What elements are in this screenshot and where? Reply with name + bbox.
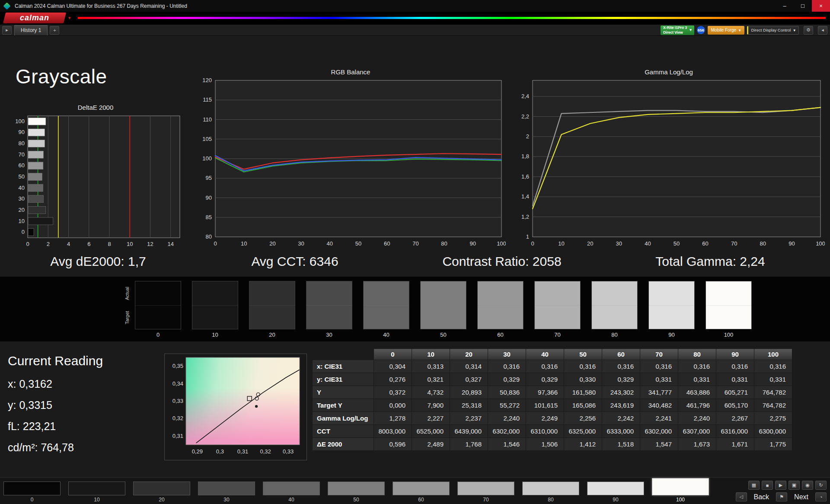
patch-button-60[interactable]: 60 (393, 482, 450, 503)
cie-chart-panel: 0,290,30,310,320,330,310,320,330,340,35 (164, 354, 307, 460)
table-cell: 2,242 (602, 412, 640, 425)
footer-controls: ▦■▶▣◉↻ ◁ Back ⚑ Next ◔ (713, 478, 827, 501)
svg-text:1,8: 1,8 (521, 153, 529, 159)
settings-gear-icon[interactable]: ⚙ (804, 26, 813, 35)
table-cell: 0,000 (374, 399, 412, 412)
table-cell: 463,886 (678, 386, 716, 399)
table-cell: 6333,000 (602, 425, 640, 438)
grayscale-swatch-50: 50 (420, 281, 466, 338)
table-cell: 0,276 (374, 373, 412, 386)
logo-menu-caret-icon[interactable]: ▾ (68, 15, 71, 21)
calman-logo[interactable]: calman (3, 13, 66, 23)
table-cell: 0,316 (716, 360, 754, 373)
speaker-icon[interactable]: ◁ (736, 492, 747, 501)
svg-text:20: 20 (19, 207, 25, 213)
bookmark-icon[interactable]: ⚑ (776, 492, 787, 501)
table-cell: 7,900 (412, 399, 450, 412)
swatch-target (535, 306, 580, 329)
svg-text:0,31: 0,31 (237, 448, 248, 455)
grayscale-swatch-90: 90 (648, 281, 695, 338)
patch-button-30[interactable]: 30 (198, 482, 255, 503)
table-row-label: ΔE 2000 (313, 438, 374, 451)
next-button[interactable]: Next (791, 493, 812, 501)
patch-button-10[interactable]: 10 (68, 482, 125, 503)
table-cell: 1,412 (564, 438, 602, 451)
table-row: x: CIE310,3040,3130,3140,3160,3160,3160,… (313, 360, 792, 373)
table-cell: 0,316 (488, 360, 526, 373)
svg-text:40: 40 (645, 240, 651, 247)
table-cell: 1,671 (716, 438, 754, 451)
svg-text:10: 10 (127, 241, 133, 247)
swatch-patch (648, 281, 695, 329)
profile-badge[interactable]: 656 (697, 26, 705, 34)
patch-button-40[interactable]: 40 (263, 482, 320, 503)
patch-button-90[interactable]: 90 (587, 482, 644, 503)
table-cell: 0,330 (564, 373, 602, 386)
patch-color (393, 482, 450, 495)
table-row: Y0,3724,73220,89350,83697,366161,580243,… (313, 386, 792, 399)
minimize-button[interactable]: – (776, 0, 794, 12)
history-nav-button[interactable]: ▸ (2, 26, 12, 35)
refresh-icon[interactable]: ↻ (815, 481, 827, 490)
table-cell: 0,316 (564, 360, 602, 373)
table-cell: 6325,000 (564, 425, 602, 438)
close-button[interactable]: × (812, 0, 830, 12)
record-icon[interactable]: ◉ (802, 481, 813, 490)
patch-button-50[interactable]: 50 (328, 482, 385, 503)
svg-text:100: 100 (15, 118, 25, 124)
swatch-patch (420, 281, 466, 329)
patch-level-label: 30 (198, 495, 255, 503)
swatch-level-label: 100 (706, 332, 752, 338)
svg-text:90: 90 (206, 195, 212, 201)
svg-text:0: 0 (26, 241, 29, 247)
add-layout-button[interactable]: + (50, 26, 59, 35)
meter-device-button[interactable]: X-Rite i1Pro 3 Direct View ▾ (661, 26, 694, 35)
grayscale-swatch-60: 60 (477, 281, 524, 338)
table-col-header-0: 0 (374, 349, 412, 360)
source-device-button[interactable]: Mobile Forge ▾ (708, 26, 744, 35)
display-control-button[interactable]: Direct Display Control ▾ (747, 26, 799, 35)
svg-text:0: 0 (214, 240, 217, 247)
swatch-target (249, 306, 295, 329)
svg-text:80: 80 (19, 140, 25, 147)
current-reading-panel: Current Reading x: 0,3162 y: 0,3315 fL: … (8, 354, 103, 463)
svg-text:60: 60 (702, 240, 708, 247)
table-cell: 165,086 (564, 399, 602, 412)
patch-color (328, 482, 385, 495)
table-cell: 6525,000 (412, 425, 450, 438)
patch-button-100[interactable]: 100 (652, 482, 709, 503)
pattern-window-icon[interactable]: ▦ (748, 481, 760, 490)
svg-text:40: 40 (19, 185, 25, 191)
save-icon[interactable]: ▣ (788, 481, 800, 490)
table-cell: 101,615 (526, 399, 564, 412)
patch-button-0[interactable]: 0 (3, 482, 61, 503)
swatch-actual (421, 281, 466, 306)
patch-button-70[interactable]: 70 (457, 482, 514, 503)
gamma-chart: Gamma Log/Log 11,21,41,61,822,22,4010203… (513, 68, 825, 255)
tab-history-1[interactable]: History 1 (14, 25, 48, 35)
display-control-label: Direct Display Control (751, 28, 791, 32)
svg-text:10: 10 (241, 240, 247, 247)
gauge-icon[interactable]: ◔ (815, 492, 827, 501)
swatch-patch (249, 281, 295, 329)
table-cell: 0,331 (716, 373, 754, 386)
stop-icon[interactable]: ■ (762, 481, 773, 490)
patch-button-20[interactable]: 20 (133, 482, 190, 503)
table-cell: 0,316 (754, 360, 792, 373)
table-cell: 0,316 (602, 360, 640, 373)
table-cell: 2,240 (488, 412, 526, 425)
swatch-actual (592, 281, 637, 306)
svg-text:0,29: 0,29 (192, 448, 203, 455)
grayscale-swatch-100: 100 (706, 281, 752, 338)
patch-level-label: 90 (587, 495, 644, 503)
back-button[interactable]: Back (750, 493, 773, 501)
play-icon[interactable]: ▶ (775, 481, 786, 490)
grayscale-swatch-70: 70 (534, 281, 581, 338)
svg-text:30: 30 (616, 240, 622, 247)
maximize-button[interactable]: □ (794, 0, 812, 12)
table-cell: 243,619 (602, 399, 640, 412)
table-cell: 605,271 (716, 386, 754, 399)
table-col-header-70: 70 (640, 349, 678, 360)
collapse-panel-icon[interactable]: ◂ (818, 26, 827, 35)
patch-button-80[interactable]: 80 (522, 482, 579, 503)
